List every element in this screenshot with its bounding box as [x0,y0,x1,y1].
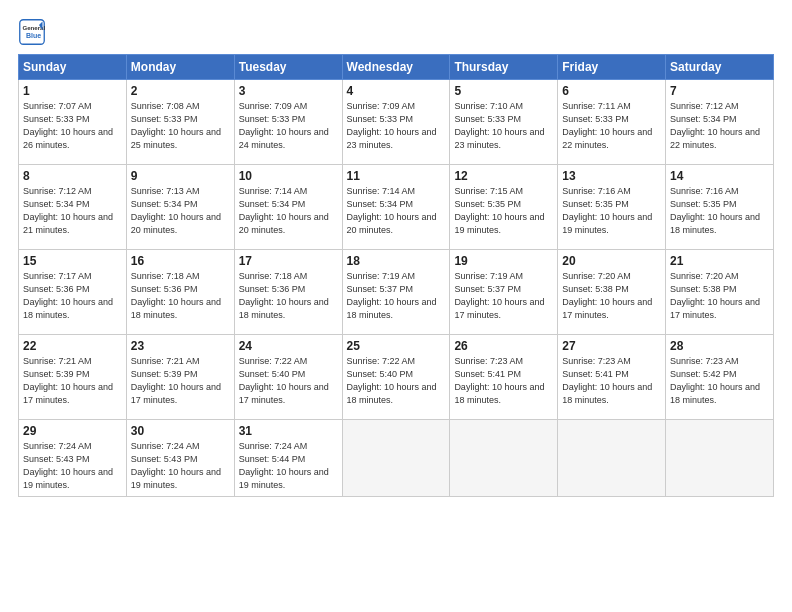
day-number: 21 [670,254,769,268]
calendar-cell: 23Sunrise: 7:21 AMSunset: 5:39 PMDayligh… [126,335,234,420]
day-number: 18 [347,254,446,268]
calendar-week-2: 8Sunrise: 7:12 AMSunset: 5:34 PMDaylight… [19,165,774,250]
day-number: 26 [454,339,553,353]
calendar-cell: 22Sunrise: 7:21 AMSunset: 5:39 PMDayligh… [19,335,127,420]
day-header-thursday: Thursday [450,55,558,80]
day-info: Sunrise: 7:10 AMSunset: 5:33 PMDaylight:… [454,100,553,152]
day-header-tuesday: Tuesday [234,55,342,80]
calendar-page: General Blue SundayMondayTuesdayWednesda… [0,0,792,612]
day-number: 14 [670,169,769,183]
calendar-week-1: 1Sunrise: 7:07 AMSunset: 5:33 PMDaylight… [19,80,774,165]
day-number: 8 [23,169,122,183]
day-info: Sunrise: 7:13 AMSunset: 5:34 PMDaylight:… [131,185,230,237]
day-info: Sunrise: 7:24 AMSunset: 5:44 PMDaylight:… [239,440,338,492]
day-info: Sunrise: 7:21 AMSunset: 5:39 PMDaylight:… [131,355,230,407]
day-info: Sunrise: 7:12 AMSunset: 5:34 PMDaylight:… [23,185,122,237]
day-number: 29 [23,424,122,438]
day-number: 13 [562,169,661,183]
day-info: Sunrise: 7:14 AMSunset: 5:34 PMDaylight:… [239,185,338,237]
day-info: Sunrise: 7:23 AMSunset: 5:41 PMDaylight:… [562,355,661,407]
day-info: Sunrise: 7:21 AMSunset: 5:39 PMDaylight:… [23,355,122,407]
calendar-cell [342,420,450,497]
calendar-week-3: 15Sunrise: 7:17 AMSunset: 5:36 PMDayligh… [19,250,774,335]
calendar-cell: 31Sunrise: 7:24 AMSunset: 5:44 PMDayligh… [234,420,342,497]
day-info: Sunrise: 7:17 AMSunset: 5:36 PMDaylight:… [23,270,122,322]
calendar-cell: 5Sunrise: 7:10 AMSunset: 5:33 PMDaylight… [450,80,558,165]
calendar-cell: 14Sunrise: 7:16 AMSunset: 5:35 PMDayligh… [666,165,774,250]
logo-icon: General Blue [18,18,46,46]
calendar-cell: 11Sunrise: 7:14 AMSunset: 5:34 PMDayligh… [342,165,450,250]
calendar-cell [558,420,666,497]
calendar-cell: 29Sunrise: 7:24 AMSunset: 5:43 PMDayligh… [19,420,127,497]
day-header-sunday: Sunday [19,55,127,80]
day-number: 24 [239,339,338,353]
calendar-cell: 12Sunrise: 7:15 AMSunset: 5:35 PMDayligh… [450,165,558,250]
day-info: Sunrise: 7:20 AMSunset: 5:38 PMDaylight:… [562,270,661,322]
calendar-cell: 20Sunrise: 7:20 AMSunset: 5:38 PMDayligh… [558,250,666,335]
day-info: Sunrise: 7:14 AMSunset: 5:34 PMDaylight:… [347,185,446,237]
day-number: 3 [239,84,338,98]
day-number: 20 [562,254,661,268]
day-number: 17 [239,254,338,268]
calendar-cell: 19Sunrise: 7:19 AMSunset: 5:37 PMDayligh… [450,250,558,335]
day-number: 23 [131,339,230,353]
day-info: Sunrise: 7:23 AMSunset: 5:41 PMDaylight:… [454,355,553,407]
calendar-cell: 4Sunrise: 7:09 AMSunset: 5:33 PMDaylight… [342,80,450,165]
day-header-monday: Monday [126,55,234,80]
calendar-cell: 26Sunrise: 7:23 AMSunset: 5:41 PMDayligh… [450,335,558,420]
day-number: 22 [23,339,122,353]
calendar-cell [666,420,774,497]
day-info: Sunrise: 7:20 AMSunset: 5:38 PMDaylight:… [670,270,769,322]
day-info: Sunrise: 7:12 AMSunset: 5:34 PMDaylight:… [670,100,769,152]
calendar-cell: 6Sunrise: 7:11 AMSunset: 5:33 PMDaylight… [558,80,666,165]
day-info: Sunrise: 7:16 AMSunset: 5:35 PMDaylight:… [670,185,769,237]
calendar-week-4: 22Sunrise: 7:21 AMSunset: 5:39 PMDayligh… [19,335,774,420]
calendar-cell: 10Sunrise: 7:14 AMSunset: 5:34 PMDayligh… [234,165,342,250]
day-info: Sunrise: 7:22 AMSunset: 5:40 PMDaylight:… [239,355,338,407]
calendar-cell: 9Sunrise: 7:13 AMSunset: 5:34 PMDaylight… [126,165,234,250]
day-number: 10 [239,169,338,183]
calendar-cell: 28Sunrise: 7:23 AMSunset: 5:42 PMDayligh… [666,335,774,420]
day-number: 25 [347,339,446,353]
calendar-cell: 17Sunrise: 7:18 AMSunset: 5:36 PMDayligh… [234,250,342,335]
day-info: Sunrise: 7:19 AMSunset: 5:37 PMDaylight:… [347,270,446,322]
day-number: 5 [454,84,553,98]
calendar-cell: 2Sunrise: 7:08 AMSunset: 5:33 PMDaylight… [126,80,234,165]
day-number: 7 [670,84,769,98]
calendar-cell: 21Sunrise: 7:20 AMSunset: 5:38 PMDayligh… [666,250,774,335]
calendar-table: SundayMondayTuesdayWednesdayThursdayFrid… [18,54,774,497]
calendar-cell: 18Sunrise: 7:19 AMSunset: 5:37 PMDayligh… [342,250,450,335]
day-info: Sunrise: 7:19 AMSunset: 5:37 PMDaylight:… [454,270,553,322]
calendar-cell: 16Sunrise: 7:18 AMSunset: 5:36 PMDayligh… [126,250,234,335]
day-number: 9 [131,169,230,183]
calendar-week-5: 29Sunrise: 7:24 AMSunset: 5:43 PMDayligh… [19,420,774,497]
calendar-header-row: SundayMondayTuesdayWednesdayThursdayFrid… [19,55,774,80]
svg-text:Blue: Blue [26,32,41,39]
calendar-cell: 8Sunrise: 7:12 AMSunset: 5:34 PMDaylight… [19,165,127,250]
day-number: 27 [562,339,661,353]
calendar-cell: 30Sunrise: 7:24 AMSunset: 5:43 PMDayligh… [126,420,234,497]
day-info: Sunrise: 7:07 AMSunset: 5:33 PMDaylight:… [23,100,122,152]
day-info: Sunrise: 7:24 AMSunset: 5:43 PMDaylight:… [131,440,230,492]
calendar-body: 1Sunrise: 7:07 AMSunset: 5:33 PMDaylight… [19,80,774,497]
logo: General Blue [18,18,50,46]
calendar-cell: 7Sunrise: 7:12 AMSunset: 5:34 PMDaylight… [666,80,774,165]
day-number: 6 [562,84,661,98]
day-number: 12 [454,169,553,183]
day-info: Sunrise: 7:15 AMSunset: 5:35 PMDaylight:… [454,185,553,237]
day-info: Sunrise: 7:24 AMSunset: 5:43 PMDaylight:… [23,440,122,492]
header: General Blue [18,18,774,46]
calendar-cell: 1Sunrise: 7:07 AMSunset: 5:33 PMDaylight… [19,80,127,165]
day-info: Sunrise: 7:09 AMSunset: 5:33 PMDaylight:… [239,100,338,152]
day-number: 28 [670,339,769,353]
day-header-saturday: Saturday [666,55,774,80]
calendar-cell: 13Sunrise: 7:16 AMSunset: 5:35 PMDayligh… [558,165,666,250]
day-info: Sunrise: 7:22 AMSunset: 5:40 PMDaylight:… [347,355,446,407]
day-number: 15 [23,254,122,268]
day-number: 30 [131,424,230,438]
day-info: Sunrise: 7:09 AMSunset: 5:33 PMDaylight:… [347,100,446,152]
day-info: Sunrise: 7:18 AMSunset: 5:36 PMDaylight:… [131,270,230,322]
day-number: 11 [347,169,446,183]
day-info: Sunrise: 7:23 AMSunset: 5:42 PMDaylight:… [670,355,769,407]
calendar-cell: 24Sunrise: 7:22 AMSunset: 5:40 PMDayligh… [234,335,342,420]
